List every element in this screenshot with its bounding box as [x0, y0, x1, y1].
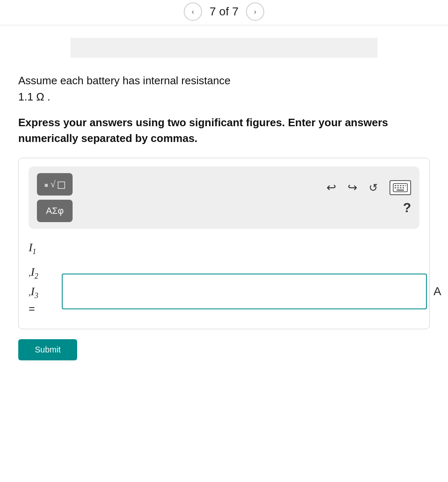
- answer-section: I1 ,I2 ,I3 = A: [29, 239, 419, 316]
- unit-label: A: [433, 285, 441, 298]
- chevron-right-icon: ›: [254, 7, 256, 16]
- svg-rect-4: [402, 185, 404, 186]
- problem-statement: Assume each battery has internal resista…: [18, 73, 430, 105]
- submit-area: Submit: [0, 329, 448, 360]
- help-button[interactable]: ?: [403, 200, 411, 215]
- toolbar-right: ↩ ↪ ↺: [73, 180, 411, 215]
- svg-rect-10: [397, 189, 404, 191]
- greek-mode-button[interactable]: ΑΣφ: [37, 200, 73, 222]
- svg-rect-5: [405, 185, 406, 186]
- equals-label: =: [29, 301, 62, 316]
- var3-label: ,I3: [29, 283, 62, 301]
- greek-mode-icon: ΑΣφ: [46, 206, 64, 216]
- next-button[interactable]: ›: [246, 2, 264, 21]
- svg-rect-1: [395, 185, 397, 186]
- svg-rect-8: [400, 187, 402, 188]
- pagination-nav: ‹ 7 of 7 ›: [0, 0, 448, 25]
- submit-button[interactable]: Submit: [18, 339, 77, 360]
- math-toolbar: ■ √ ΑΣφ ↩ ↪ ↺: [29, 166, 419, 229]
- svg-rect-3: [400, 185, 402, 186]
- var1-label: I1: [29, 239, 62, 257]
- answer-input[interactable]: [62, 274, 427, 309]
- toolbar-left: ■ √ ΑΣφ: [37, 173, 73, 222]
- problem-text-line1: Assume each battery has internal resista…: [18, 74, 231, 87]
- problem-text-line2: 1.1 Ω .: [18, 91, 50, 103]
- redo-button[interactable]: ↪: [348, 182, 357, 193]
- input-area: A: [62, 239, 441, 309]
- svg-rect-2: [397, 185, 399, 186]
- math-mode-button[interactable]: ■ √: [37, 173, 73, 196]
- svg-rect-6: [395, 187, 397, 188]
- answer-container: ■ √ ΑΣφ ↩ ↪ ↺: [18, 158, 430, 329]
- answer-input-row: A: [62, 274, 441, 309]
- progress-bar: [71, 38, 377, 58]
- keyboard-icon: [393, 183, 408, 192]
- reset-button[interactable]: ↺: [369, 182, 378, 193]
- chevron-left-icon: ‹: [192, 7, 194, 16]
- undo-button[interactable]: ↩: [326, 182, 336, 193]
- var2-label: ,I2: [29, 263, 62, 282]
- svg-rect-9: [402, 187, 404, 188]
- toolbar-actions: ↩ ↪ ↺: [326, 180, 411, 195]
- prev-button[interactable]: ‹: [184, 2, 202, 21]
- svg-rect-7: [397, 187, 399, 188]
- main-content: Assume each battery has internal resista…: [0, 58, 448, 329]
- instruction-text: Express your answers using two significa…: [18, 115, 430, 146]
- math-mode-icon: ■ √: [44, 179, 65, 190]
- keyboard-button[interactable]: [390, 180, 411, 195]
- variable-labels: I1 ,I2 ,I3 =: [29, 239, 62, 316]
- page-counter: 7 of 7: [209, 5, 239, 18]
